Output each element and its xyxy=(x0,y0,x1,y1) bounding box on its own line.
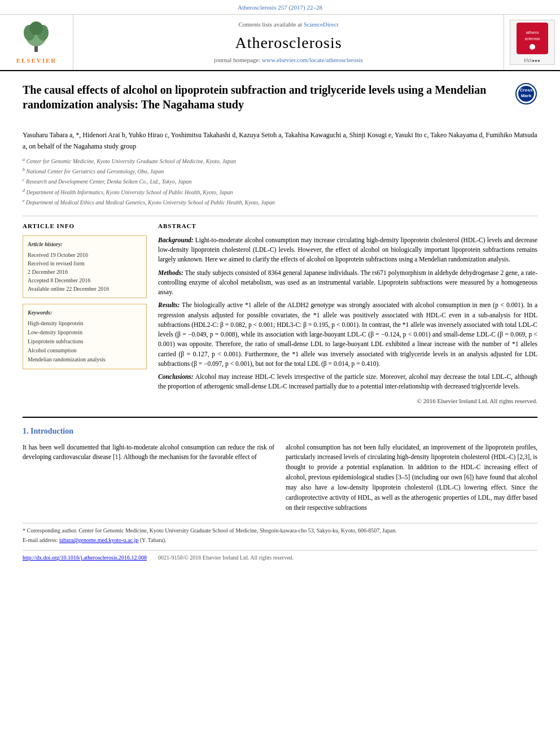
affiliation-e-text: Department of Medical Ethics and Medical… xyxy=(26,199,275,206)
bottom-bar: http://dx.doi.org/10.1016/j.atherosclero… xyxy=(23,550,537,562)
journal-logo-box: athero sclerosis FAS●●● xyxy=(510,20,555,65)
results-text: The biologically active *1 allele of the… xyxy=(158,302,537,367)
article-info-column: ARTICLE INFO Article history: Received 1… xyxy=(23,222,147,405)
homepage-url[interactable]: www.elsevier.com/locate/atherosclerosis xyxy=(262,56,363,63)
svg-text:Cross: Cross xyxy=(520,88,533,93)
svg-point-4 xyxy=(29,21,43,35)
copyright-line: © 2016 Elsevier Ireland Ltd. All rights … xyxy=(158,396,537,406)
issn-text: 0021-9150/© 2016 Elsevier Ireland Ltd. A… xyxy=(158,554,294,562)
elsevier-logo: ELSEVIER xyxy=(16,20,57,65)
footnotes: * Corresponding author. Center for Genom… xyxy=(23,523,537,544)
affiliation-a: a Center for Genomic Medicine, Kyoto Uni… xyxy=(23,156,537,165)
journal-name-area: Contents lists available at ScienceDirec… xyxy=(73,15,504,70)
journal-logo-icon: athero sclerosis xyxy=(515,21,549,55)
fas-logo-text: FAS●●● xyxy=(524,58,540,64)
received-revised-label: Received in revised form xyxy=(28,259,142,268)
contents-label: Contents lists available at xyxy=(238,21,302,28)
elsevier-brand-text: ELSEVIER xyxy=(16,56,57,65)
homepage-label: journal homepage: xyxy=(214,56,260,63)
abstract-column: ABSTRACT Background: Light-to-moderate a… xyxy=(158,222,537,405)
elsevier-logo-area: ELSEVIER xyxy=(0,15,73,70)
crossmark-icon: Cross Mark xyxy=(515,82,537,105)
intro-two-col: It has been well documented that light-t… xyxy=(23,443,537,518)
abstract-results: Results: The biologically active *1 alle… xyxy=(158,300,537,369)
sciencedirect-anchor[interactable]: ScienceDirect xyxy=(304,21,339,28)
svg-point-8 xyxy=(530,44,535,50)
abstract-methods: Methods: The study subjects consisted of… xyxy=(158,268,537,298)
abstract-conclusions: Conclusions: Alcohol may increase HDL-C … xyxy=(158,372,537,392)
journal-header: ELSEVIER Contents lists available at Sci… xyxy=(0,15,560,71)
revised-date: 2 December 2016 xyxy=(28,268,142,276)
keyword-3: Lipoprotein subfractions xyxy=(28,337,142,346)
divider-1 xyxy=(23,216,537,216)
keywords-box: Keywords: High-density lipoprotein Low-d… xyxy=(23,304,147,369)
journal-logo-area: athero sclerosis FAS●●● xyxy=(504,15,560,70)
paper-title-area: The causal effects of alcohol on lipopro… xyxy=(23,82,515,117)
journal-homepage-area: journal homepage: www.elsevier.com/locat… xyxy=(214,56,363,64)
crossmark-badge[interactable]: Cross Mark xyxy=(515,82,537,108)
two-column-section: ARTICLE INFO Article history: Received 1… xyxy=(23,222,537,405)
journal-top-bar: Atherosclerosis 257 (2017) 22–28 xyxy=(0,0,560,15)
paper-title: The causal effects of alcohol on lipopro… xyxy=(23,82,515,112)
intro-section-label: Introduction xyxy=(30,427,73,435)
available-online: Available online 22 December 2016 xyxy=(28,285,142,293)
methods-text: The study subjects consisted of 8364 gen… xyxy=(158,269,537,296)
introduction-section: 1. Introduction It has been well documen… xyxy=(23,417,537,517)
main-content: The causal effects of alcohol on lipopro… xyxy=(0,71,560,573)
intro-number: 1. xyxy=(23,427,29,435)
paper-title-section: The causal effects of alcohol on lipopro… xyxy=(23,82,537,123)
affiliation-a-text: Center for Genomic Medicine, Kyoto Unive… xyxy=(27,158,237,164)
doi-link[interactable]: http://dx.doi.org/10.1016/j.atherosclero… xyxy=(23,554,147,562)
intro-title: 1. Introduction xyxy=(23,426,537,437)
authors-text: Yasuharu Tabara a, *, Hidenori Arai b, Y… xyxy=(23,131,537,150)
affiliation-c-text: Research and Development Center, Denka S… xyxy=(26,179,191,185)
affiliation-c: c Research and Development Center, Denka… xyxy=(23,177,537,186)
email-note: E-mail address: tabara@genome.med.kyoto-… xyxy=(23,536,537,544)
affiliation-d: d Department of Health Informatics, Kyot… xyxy=(23,187,537,196)
intro-col-left: It has been well documented that light-t… xyxy=(23,443,274,518)
email-label: E-mail address: xyxy=(23,537,58,543)
abstract-label: ABSTRACT xyxy=(158,222,537,230)
svg-text:athero: athero xyxy=(526,30,539,35)
intro-p1-right: alcohol consumption has not been fully e… xyxy=(286,443,537,513)
methods-label: Methods: xyxy=(158,269,183,276)
history-label: Article history: xyxy=(28,241,142,248)
affiliation-d-text: Department of Health Informatics, Kyoto … xyxy=(27,189,233,195)
keyword-1: High-density lipoprotein xyxy=(28,319,142,328)
article-info-label: ARTICLE INFO xyxy=(23,222,147,230)
keyword-4: Alcohol consumption xyxy=(28,346,142,355)
affiliations: a Center for Genomic Medicine, Kyoto Uni… xyxy=(23,156,537,207)
conclusions-text: Alcohol may increase HDL-C levels irresp… xyxy=(158,373,537,390)
email-link[interactable]: tabara@genome.med.kyoto-u.ac.jp xyxy=(59,537,138,543)
background-text: Light-to-moderate alcohol consumption ma… xyxy=(158,237,537,263)
background-label: Background: xyxy=(158,237,194,243)
intro-col-right: alcohol consumption has not been fully e… xyxy=(286,443,537,518)
svg-text:sclerosis: sclerosis xyxy=(524,37,540,41)
abstract-text: Background: Light-to-moderate alcohol co… xyxy=(158,235,537,405)
email-note-text: (Y. Tabara). xyxy=(140,537,167,543)
accepted-date: Accepted 8 December 2016 xyxy=(28,276,142,285)
corresponding-author-note: * Corresponding author. Center for Genom… xyxy=(23,527,537,535)
article-history-box: Article history: Received 19 October 201… xyxy=(23,235,147,298)
journal-title: Atherosclerosis xyxy=(235,32,342,54)
svg-text:Mark: Mark xyxy=(521,93,532,98)
keyword-2: Low-density lipoprotein xyxy=(28,328,142,337)
affiliation-b-text: National Center for Geriatrics and Geron… xyxy=(27,168,164,174)
intro-p1-left: It has been well documented that light-t… xyxy=(23,443,274,463)
affiliation-e: e Department of Medical Ethics and Medic… xyxy=(23,198,537,207)
sciencedirect-link: Contents lists available at ScienceDirec… xyxy=(238,20,338,29)
authors: Yasuharu Tabara a, *, Hidenori Arai b, Y… xyxy=(23,130,537,151)
keyword-5: Mendelian randomization analysis xyxy=(28,355,142,364)
received-date: Received 19 October 2016 xyxy=(28,251,142,259)
results-label: Results: xyxy=(158,302,180,308)
affiliation-b: b National Center for Geriatrics and Ger… xyxy=(23,167,537,176)
journal-citation: Atherosclerosis 257 (2017) 22–28 xyxy=(238,4,322,11)
conclusions-label: Conclusions: xyxy=(158,373,194,380)
tree-icon xyxy=(19,20,53,54)
abstract-background: Background: Light-to-moderate alcohol co… xyxy=(158,235,537,265)
corresponding-author-text: * Corresponding author. Center for Genom… xyxy=(23,527,397,534)
keywords-label: Keywords: xyxy=(28,309,142,317)
